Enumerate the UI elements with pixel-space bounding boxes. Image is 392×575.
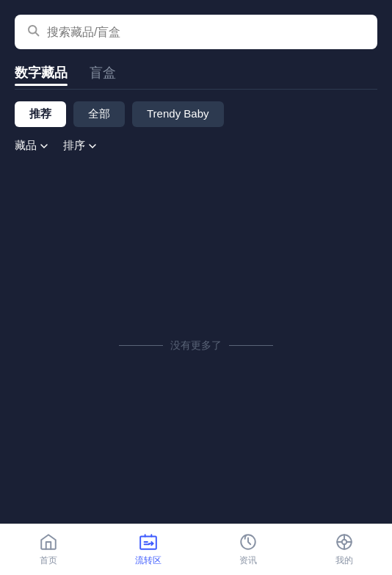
main-content: 数字藏品 盲盒 推荐 全部 Trendy Baby 藏品 排序 没有更多了: [0, 0, 392, 524]
empty-text: 没有更多了: [170, 339, 222, 352]
sort-label: 排序: [63, 139, 85, 153]
nav-mine-label: 我的: [335, 554, 353, 567]
dropdown-row: 藏品 排序: [15, 139, 377, 153]
mine-icon: [335, 532, 354, 552]
content-area: 没有更多了: [15, 167, 377, 524]
transfer-icon: [139, 532, 158, 552]
nav-transfer-label: 流转区: [135, 554, 161, 567]
news-icon: [239, 532, 258, 552]
chip-all[interactable]: 全部: [73, 101, 125, 127]
search-input[interactable]: [47, 26, 366, 39]
tab-blindbox[interactable]: 盲盒: [90, 64, 116, 86]
empty-line-right: [229, 345, 273, 346]
tab-divider: [15, 89, 377, 90]
empty-line-left: [119, 345, 163, 346]
nav-transfer[interactable]: 流转区: [135, 532, 161, 567]
chip-trendy-baby[interactable]: Trendy Baby: [132, 101, 224, 127]
nav-home[interactable]: 首页: [39, 532, 58, 567]
nav-news[interactable]: 资讯: [239, 532, 258, 567]
search-icon: [26, 23, 40, 40]
home-icon: [39, 532, 58, 552]
bottom-nav: 首页 流转区 资讯 我的: [0, 524, 392, 575]
search-bar[interactable]: [15, 15, 377, 49]
svg-rect-2: [140, 536, 156, 549]
tab-row: 数字藏品 盲盒: [15, 64, 377, 86]
nav-home-label: 首页: [40, 554, 57, 567]
collection-label: 藏品: [15, 139, 37, 153]
svg-line-1: [35, 32, 38, 35]
tab-digital[interactable]: 数字藏品: [15, 64, 68, 86]
nav-mine[interactable]: 我的: [335, 532, 354, 567]
sort-chevron-icon: [88, 142, 97, 151]
filter-chips: 推荐 全部 Trendy Baby: [15, 101, 377, 127]
nav-news-label: 资讯: [239, 554, 257, 567]
chip-recommended[interactable]: 推荐: [15, 101, 66, 127]
collection-dropdown[interactable]: 藏品: [15, 139, 48, 153]
collection-chevron-icon: [40, 142, 48, 151]
empty-state: 没有更多了: [15, 167, 377, 524]
sort-dropdown[interactable]: 排序: [63, 139, 97, 153]
